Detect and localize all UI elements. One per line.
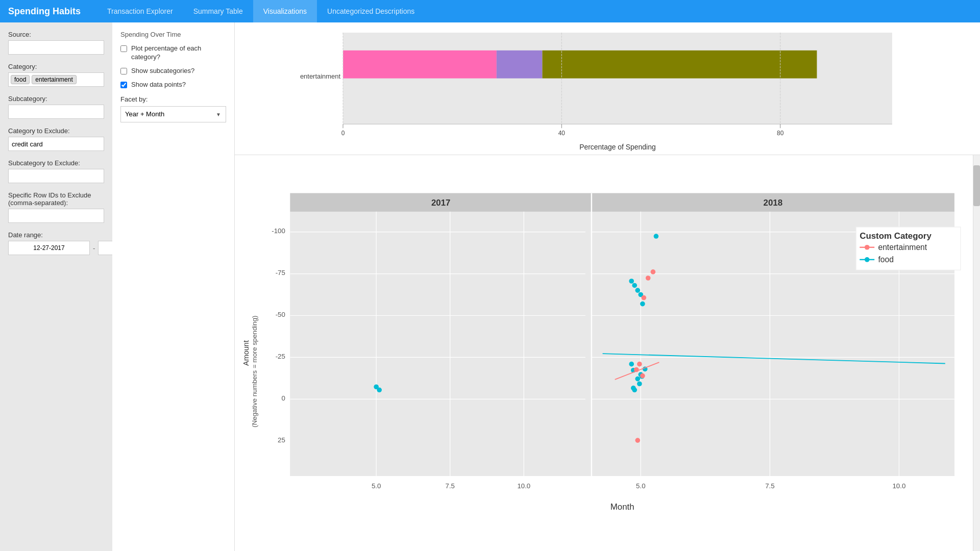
svg-text:Month: Month xyxy=(610,502,634,512)
nav-tabs: Transaction Explorer Summary Table Visua… xyxy=(97,0,425,22)
scatter-dot xyxy=(646,276,651,281)
scatter-dot xyxy=(651,269,656,274)
category-tag-entertainment: entertainment xyxy=(32,75,76,84)
category-label: Category: xyxy=(8,63,104,70)
plot-percentage-checkbox[interactable] xyxy=(120,45,127,52)
svg-rect-19 xyxy=(290,193,591,476)
category-field: Category: food entertainment xyxy=(8,63,104,87)
scatter-container: 2017 2018 -100 -75 -50 -25 0 25 xyxy=(235,155,973,551)
scatter-dot xyxy=(635,377,640,382)
source-label: Source: xyxy=(8,31,104,38)
date-start-input[interactable] xyxy=(8,241,90,255)
checkbox-show-subcategories: Show subcategories? xyxy=(120,67,226,76)
category-tag-food: food xyxy=(11,75,30,84)
tab-transaction-explorer[interactable]: Transaction Explorer xyxy=(97,0,183,22)
scatter-dot xyxy=(642,295,647,300)
svg-text:10.0: 10.0 xyxy=(517,482,530,490)
category-exclude-label: Category to Exclude: xyxy=(8,127,104,135)
facet-by-label: Facet by: xyxy=(120,95,226,103)
svg-text:Custom Category: Custom Category xyxy=(860,231,932,241)
scrollbar-right[interactable] xyxy=(973,155,980,551)
app-title: Spending Habits xyxy=(8,6,81,17)
svg-rect-4 xyxy=(497,51,543,79)
svg-text:7.5: 7.5 xyxy=(765,482,774,490)
bar-chart-svg: entertainment 0 40 80 xyxy=(235,22,980,155)
tab-uncategorized-descriptions[interactable]: Uncategorized Descriptions xyxy=(317,0,425,22)
svg-text:-75: -75 xyxy=(276,269,285,277)
scatter-dot xyxy=(631,386,636,391)
show-data-points-label: Show data points? xyxy=(131,81,186,89)
svg-text:-100: -100 xyxy=(272,227,285,235)
content-area: Spending Over Time Plot percentage of ea… xyxy=(112,22,980,551)
plot-percentage-label: Plot percentage of each category? xyxy=(131,44,226,62)
date-separator: - xyxy=(93,244,95,252)
main-layout: Source: Category: food entertainment Sub… xyxy=(0,22,980,551)
svg-text:(Negative numbers = more spend: (Negative numbers = more spending) xyxy=(251,316,258,428)
svg-text:10.0: 10.0 xyxy=(893,482,906,490)
subcategory-field: Subcategory: xyxy=(8,95,104,119)
top-chart: entertainment 0 40 80 xyxy=(235,22,980,155)
tab-summary-table[interactable]: Summary Table xyxy=(183,0,253,22)
svg-text:Percentage of Spending: Percentage of Spending xyxy=(579,143,656,151)
facet-select[interactable]: Year + Month Year Month None xyxy=(120,106,226,122)
svg-point-60 xyxy=(865,245,870,250)
sidebar: Source: Category: food entertainment Sub… xyxy=(0,22,112,551)
scatter-dot xyxy=(635,438,640,443)
svg-text:0: 0 xyxy=(341,130,345,137)
header: Spending Habits Transaction Explorer Sum… xyxy=(0,0,980,22)
scatter-dot xyxy=(640,373,645,379)
svg-text:Amount: Amount xyxy=(242,340,250,366)
svg-text:-50: -50 xyxy=(276,311,285,318)
scatter-dot-2017 xyxy=(377,387,382,392)
tab-visualizations[interactable]: Visualizations xyxy=(253,0,317,22)
scatter-dot xyxy=(637,381,642,386)
source-input[interactable] xyxy=(8,40,104,55)
svg-point-63 xyxy=(865,257,870,262)
category-exclude-field: Category to Exclude: xyxy=(8,127,104,151)
subcategory-label: Subcategory: xyxy=(8,95,104,103)
scatter-dot xyxy=(635,288,640,293)
svg-rect-3 xyxy=(343,51,497,79)
svg-text:-25: -25 xyxy=(276,353,285,360)
category-input[interactable]: food entertainment xyxy=(8,72,104,87)
svg-text:40: 40 xyxy=(558,130,566,137)
date-end-input[interactable] xyxy=(98,241,112,255)
show-subcategories-label: Show subcategories? xyxy=(131,67,194,76)
bottom-chart: 2017 2018 -100 -75 -50 -25 0 25 xyxy=(235,155,980,551)
svg-text:5.0: 5.0 xyxy=(636,482,645,490)
source-field: Source: xyxy=(8,31,104,55)
svg-text:25: 25 xyxy=(278,436,285,444)
subcategory-exclude-field: Subcategory to Exclude: xyxy=(8,159,104,183)
controls-section: Spending Over Time Plot percentage of ea… xyxy=(112,22,234,131)
scatter-chart-svg: 2017 2018 -100 -75 -50 -25 0 25 xyxy=(235,155,973,551)
date-range-label: Date range: xyxy=(8,231,104,239)
scatter-dot xyxy=(654,234,659,239)
scatter-dot xyxy=(629,279,634,284)
svg-text:0: 0 xyxy=(281,394,285,402)
checkbox-plot-percentage: Plot percentage of each category? xyxy=(120,44,226,62)
show-data-points-checkbox[interactable] xyxy=(120,82,127,88)
category-exclude-input[interactable] xyxy=(8,137,104,151)
row-ids-exclude-input[interactable] xyxy=(8,209,104,223)
scatter-dot xyxy=(640,302,645,307)
svg-text:2017: 2017 xyxy=(431,198,451,208)
svg-text:5.0: 5.0 xyxy=(372,482,381,490)
row-ids-exclude-field: Specific Row IDs to Exclude(comma-separa… xyxy=(8,191,104,223)
svg-text:80: 80 xyxy=(777,130,784,137)
subcategory-exclude-input[interactable] xyxy=(8,169,104,183)
subcategory-exclude-label: Subcategory to Exclude: xyxy=(8,159,104,167)
date-range-field: Date range: - xyxy=(8,231,104,255)
svg-text:2018: 2018 xyxy=(764,198,783,208)
svg-text:7.5: 7.5 xyxy=(446,482,455,490)
checkbox-show-data-points: Show data points? xyxy=(120,81,226,89)
show-subcategories-checkbox[interactable] xyxy=(120,68,127,74)
svg-text:entertainment: entertainment xyxy=(878,243,927,252)
controls-panel: Spending Over Time Plot percentage of ea… xyxy=(112,22,235,551)
scatter-dot xyxy=(629,362,634,367)
charts-area: entertainment 0 40 80 xyxy=(235,22,980,551)
date-range-inputs: - xyxy=(8,241,104,255)
scatter-dot xyxy=(632,283,637,288)
row-ids-exclude-label: Specific Row IDs to Exclude(comma-separa… xyxy=(8,191,104,207)
subcategory-input[interactable] xyxy=(8,105,104,119)
svg-text:food: food xyxy=(878,255,893,264)
